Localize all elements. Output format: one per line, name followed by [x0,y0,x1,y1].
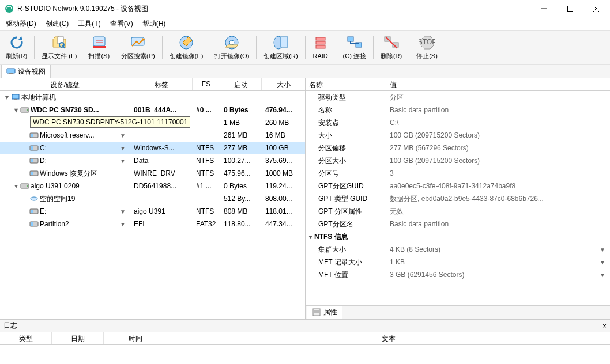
toolbar-connect[interactable]: (C) 连接 [337,31,372,63]
toolbar: 刷新(R)显示文件 (F)扫描(S)分区搜索(P)创建镜像(E)打开镜像(O)创… [0,30,610,65]
dropdown-icon[interactable]: ▼ [120,158,126,164]
log-col-date[interactable]: 日期 [52,332,104,344]
toolbar-psearch[interactable]: 分区搜索(P) [115,31,161,63]
log-body[interactable] [0,345,610,364]
toolbar-delete[interactable]: 删除(R) [375,31,408,63]
prop-row[interactable]: MFT 位置3 GB (6291456 Sectors)▼ [306,268,610,281]
prop-row[interactable]: GPT分区名Basic data partition [306,218,610,230]
toolbar-scan[interactable]: 扫描(S) [82,31,115,63]
col-fs[interactable]: FS [193,78,220,90]
prop-body[interactable]: 驱动类型分区名称Basic data partition安装点C:\大小100 … [306,91,610,305]
minimize-button[interactable] [531,0,557,17]
menu-1[interactable]: 创建(C) [41,18,74,30]
log-col-type[interactable]: 类型 [0,332,52,344]
toolbar-refresh[interactable]: 刷新(R) [0,31,33,63]
menu-4[interactable]: 帮助(H) [138,18,171,30]
prop-row[interactable]: 分区号3 [306,167,610,180]
tab-device-view[interactable]: 设备视图 [1,65,51,78]
expander-icon[interactable]: ▾ [13,106,19,114]
prop-row[interactable]: GPT 类型 GUID数据分区, ebd0a0a2-b9e5-4433-87c0… [306,192,610,205]
col-prop-value[interactable]: 值 [386,78,610,90]
menu-3[interactable]: 查看(V) [106,18,138,30]
menu-2[interactable]: 工具(T) [73,18,105,30]
cell-size: 260 MB [262,117,305,128]
log-close-button[interactable]: × [603,322,607,330]
prop-row[interactable]: 分区偏移277 MB (567296 Sectors) [306,142,610,154]
prop-row[interactable]: 名称Basic data partition [306,104,610,116]
dropdown-icon[interactable]: ▼ [120,145,126,151]
prop-row[interactable]: 驱动类型分区 [306,91,610,104]
prop-row[interactable]: GPT分区GUIDaa0e0ec5-c3fe-408f-9a71-3412a74… [306,180,610,192]
cell-start: 261 MB [220,130,262,141]
cell-start: 808 MB [220,206,262,217]
prop-row[interactable]: 集群大小4 KB (8 Sectors)▼ [306,243,610,256]
menubar: 驱动器(D)创建(C)工具(T)查看(V)帮助(H) [0,17,610,30]
close-button[interactable] [583,0,609,17]
tree-row[interactable]: ▾aigo U391 0209DD5641988...#1 ...0 Bytes… [0,180,305,192]
cell-size: 100 GB [262,143,305,153]
prop-value: C:\ [386,117,610,128]
svg-rect-41 [31,172,33,175]
log-header: 类型 日期 时间 文本 [0,332,610,345]
tree-header: 设备/磁盘 标签 FS 启动 大小 [0,78,305,91]
dropdown-icon[interactable]: ▼ [600,247,605,253]
dropdown-icon[interactable]: ▼ [120,132,126,139]
prop-row[interactable]: MFT 记录大小1 KB▼ [306,256,610,268]
expander-icon[interactable]: ▾ [3,93,10,101]
tree-row[interactable]: ▾WDC PC SN730 SD...001B_444A...#0 ...0 B… [0,104,305,116]
log-col-text[interactable]: 文本 [167,332,610,344]
toolbar-showfiles[interactable]: 显示文件 (F) [36,31,82,63]
maximize-button[interactable] [557,0,583,17]
toolbar-stop[interactable]: STOP停止(S) [411,31,443,63]
cell-tag: 001B_444A... [130,105,193,115]
expander-icon[interactable]: ▾ [13,182,19,190]
prop-value[interactable]: 3 GB (6291456 Sectors)▼ [386,270,610,280]
toolbar-createregion[interactable]: 创建区域(R) [258,31,303,63]
tree-row[interactable]: Windows 恢复分区WINRE_DRVNTFS475.96...1000 M… [0,167,305,180]
prop-group[interactable]: NTFS 信息 [306,230,610,243]
toolbar-raid[interactable]: RAID [307,31,334,63]
tab-properties[interactable]: 属性 [307,306,342,320]
prop-value[interactable]: 4 KB (8 Sectors)▼ [386,244,610,255]
tree-body[interactable]: ▾本地计算机▾WDC PC SN730 SD...001B_444A...#0 … [0,91,305,319]
vol-icon [29,169,39,178]
prop-row[interactable]: 分区大小100 GB (209715200 Sectors) [306,154,610,167]
tree-row[interactable]: E:▼aigo U391NTFS808 MB118.01... [0,205,305,218]
svg-point-0 [5,5,13,13]
cell-start: 1 MB [220,117,262,128]
vol-icon [29,219,39,229]
toolbar-label: (C) 连接 [343,52,366,60]
prop-row[interactable]: 大小100 GB (209715200 Sectors) [306,129,610,142]
col-start[interactable]: 启动 [220,78,262,90]
col-prop-name[interactable]: 名称 [306,78,386,90]
log-col-time[interactable]: 时间 [104,332,167,344]
cell-tag: EFI [130,219,193,229]
toolbar-createimg[interactable]: 创建镜像(E) [164,31,209,63]
main-area: 设备/磁盘 标签 FS 启动 大小 ▾本地计算机▾WDC PC SN730 SD… [0,78,610,319]
dropdown-icon[interactable]: ▼ [600,272,605,278]
toolbar-openimg[interactable]: 打开镜像(O) [209,31,255,63]
tree-row[interactable]: C:▼Windows-S...NTFS277 MB100 GB [0,142,305,154]
tree-row[interactable]: Partition2▼EFIFAT32118.80...447.34... [0,218,305,230]
col-tag[interactable]: 标签 [130,78,193,90]
dropdown-icon[interactable]: ▼ [120,221,126,227]
prop-name: 分区号 [306,168,386,180]
tree-row[interactable]: D:▼DataNTFS100.27...375.69... [0,154,305,167]
toolbar-label: 刷新(R) [6,52,27,60]
prop-row[interactable]: 安装点C:\ [306,116,610,129]
prop-row[interactable]: GPT 分区属性无效 [306,205,610,218]
dropdown-icon[interactable]: ▼ [120,208,126,215]
menu-0[interactable]: 驱动器(D) [1,18,41,30]
vol-icon [29,131,39,140]
cell-fs: NTFS [193,143,220,153]
tab-properties-label: 属性 [323,308,337,317]
tree-row[interactable]: ▾本地计算机 [0,91,305,104]
tree-row[interactable]: 空的空间19512 By...808.00... [0,192,305,205]
prop-value[interactable]: 1 KB▼ [386,257,610,267]
prop-value: 100 GB (209715200 Sectors) [386,156,610,166]
dropdown-icon[interactable]: ▼ [600,259,605,266]
col-size[interactable]: 大小 [262,78,305,90]
col-device[interactable]: 设备/磁盘 [0,78,130,90]
refresh-icon [9,35,25,51]
tree-row[interactable]: Microsoft reserv...▼261 MB16 MB [0,129,305,142]
